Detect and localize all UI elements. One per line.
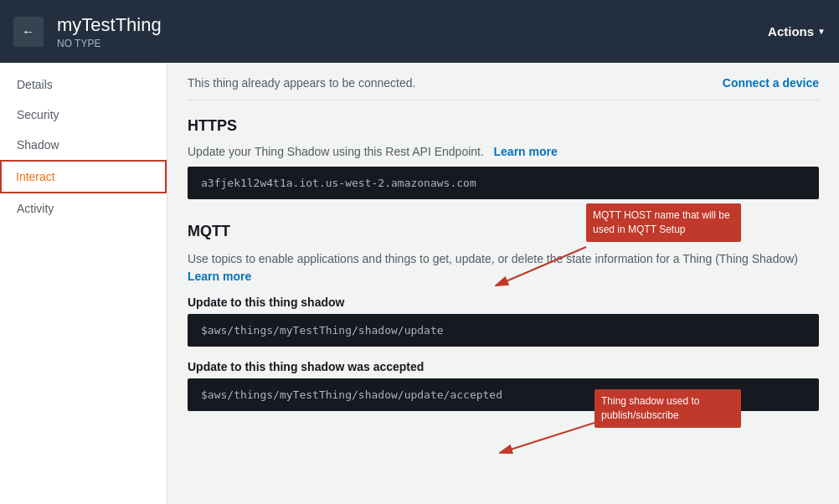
chevron-down-icon: ▼ bbox=[817, 27, 826, 36]
https-heading: HTTPS bbox=[188, 117, 819, 135]
connection-bar: This thing already appears to be connect… bbox=[188, 76, 819, 100]
https-section: HTTPS Update your Thing Shadow using thi… bbox=[188, 117, 819, 199]
back-button[interactable]: ← bbox=[13, 17, 44, 47]
back-icon: ← bbox=[22, 24, 35, 39]
connection-status: This thing already appears to be connect… bbox=[188, 76, 415, 90]
main-content: This thing already appears to be connect… bbox=[167, 63, 839, 504]
mqtt-update-label: Update to this thing shadow bbox=[188, 296, 819, 309]
connect-device-button[interactable]: Connect a device bbox=[723, 76, 819, 90]
https-description: Update your Thing Shadow using this Rest… bbox=[188, 145, 819, 158]
actions-label: Actions bbox=[768, 24, 814, 39]
top-navbar: ← myTestThing NO TYPE Actions ▼ bbox=[0, 0, 839, 63]
mqtt-update-value: $aws/things/myTestThing/shadow/update bbox=[201, 324, 444, 337]
actions-button[interactable]: Actions ▼ bbox=[768, 24, 826, 39]
page-title: myTestThing bbox=[57, 14, 768, 36]
mqtt-description: Use topics to enable applications and th… bbox=[188, 250, 819, 285]
annotation-thing-shadow: Thing shadow used to publish/subscribe bbox=[595, 389, 741, 428]
mqtt-section: MQTT Use topics to enable applications a… bbox=[188, 223, 819, 411]
mqtt-update-topic: Update to this thing shadow $aws/things/… bbox=[188, 296, 819, 347]
nav-title-section: myTestThing NO TYPE bbox=[57, 14, 768, 49]
sidebar-item-interact[interactable]: Interact bbox=[0, 160, 167, 193]
body-layout: Details Security Shadow Interact Activit… bbox=[0, 63, 839, 504]
mqtt-learn-more-link[interactable]: Learn more bbox=[188, 270, 251, 283]
sidebar-item-shadow[interactable]: Shadow bbox=[0, 130, 167, 160]
mqtt-update-value-box: $aws/things/myTestThing/shadow/update bbox=[188, 314, 819, 347]
sidebar-item-security[interactable]: Security bbox=[0, 100, 167, 130]
sidebar: Details Security Shadow Interact Activit… bbox=[0, 63, 167, 504]
sidebar-item-activity[interactable]: Activity bbox=[0, 193, 167, 224]
svg-line-1 bbox=[502, 423, 595, 452]
sidebar-item-details[interactable]: Details bbox=[0, 69, 167, 100]
https-endpoint-value: a3fjek1l2w4t1a.iot.us-west-2.amazonaws.c… bbox=[201, 177, 476, 189]
annotation-mqtt-host: MQTT HOST name that will be used in MQTT… bbox=[586, 203, 741, 242]
https-learn-more-link[interactable]: Learn more bbox=[494, 145, 558, 158]
mqtt-accepted-label: Update to this thing shadow was accepted bbox=[188, 360, 819, 373]
page-subtitle: NO TYPE bbox=[57, 38, 768, 49]
https-endpoint-box: a3fjek1l2w4t1a.iot.us-west-2.amazonaws.c… bbox=[188, 167, 819, 199]
mqtt-accepted-value: $aws/things/myTestThing/shadow/update/ac… bbox=[201, 388, 502, 401]
